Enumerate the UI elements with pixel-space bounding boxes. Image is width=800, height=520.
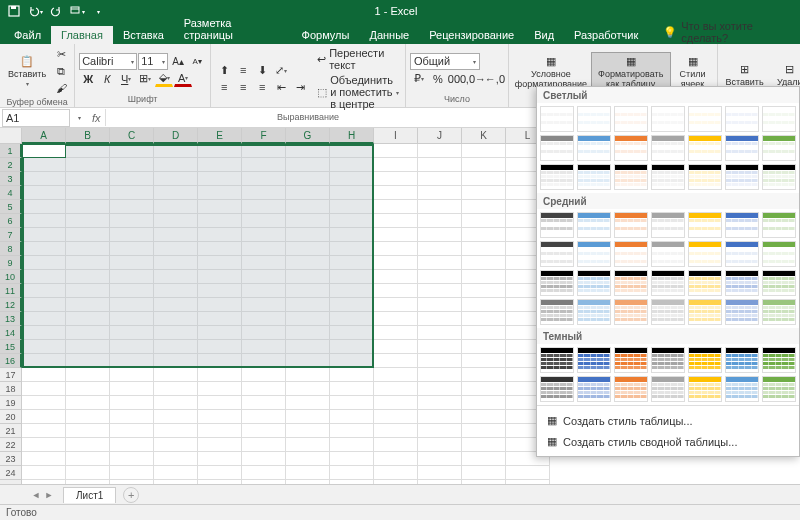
cell[interactable] [374, 340, 418, 354]
shrink-font-button[interactable]: A▾ [188, 53, 206, 69]
cell[interactable] [110, 368, 154, 382]
cell[interactable] [330, 144, 374, 158]
row-header[interactable]: 13 [0, 312, 22, 326]
row-header[interactable]: 15 [0, 340, 22, 354]
font-size-combo[interactable]: 11▾ [138, 53, 168, 70]
cell[interactable] [110, 242, 154, 256]
cell[interactable] [374, 242, 418, 256]
cell[interactable] [418, 242, 462, 256]
tab-layout[interactable]: Разметка страницы [174, 14, 292, 44]
cell[interactable] [286, 424, 330, 438]
cell[interactable] [330, 298, 374, 312]
cell[interactable] [330, 382, 374, 396]
table-style-option[interactable] [540, 212, 574, 238]
cell[interactable] [198, 172, 242, 186]
new-pivot-style-button[interactable]: ▦Создать стиль сводной таблицы... [537, 431, 799, 452]
row-header[interactable]: 6 [0, 214, 22, 228]
cell[interactable] [110, 466, 154, 480]
cell[interactable] [330, 158, 374, 172]
cell[interactable] [154, 144, 198, 158]
tab-review[interactable]: Рецензирование [419, 26, 524, 44]
sheet-nav-prev[interactable]: ◄ [30, 489, 42, 501]
cell[interactable] [22, 438, 66, 452]
new-table-style-button[interactable]: ▦Создать стиль таблицы... [537, 410, 799, 431]
cell[interactable] [330, 270, 374, 284]
cell[interactable] [462, 186, 506, 200]
table-style-option[interactable] [651, 347, 685, 373]
cell[interactable] [374, 438, 418, 452]
cell[interactable] [22, 270, 66, 284]
tab-data[interactable]: Данные [359, 26, 419, 44]
cell[interactable] [22, 312, 66, 326]
cell[interactable] [110, 200, 154, 214]
cell[interactable] [462, 354, 506, 368]
cell[interactable] [418, 270, 462, 284]
row-header[interactable]: 24 [0, 466, 22, 480]
table-style-option[interactable] [614, 135, 648, 161]
cell[interactable] [66, 312, 110, 326]
cell[interactable] [418, 396, 462, 410]
cell[interactable] [374, 452, 418, 466]
table-style-option[interactable] [762, 299, 796, 325]
cell[interactable] [462, 144, 506, 158]
table-style-option[interactable] [577, 135, 611, 161]
cell[interactable] [418, 298, 462, 312]
align-center-button[interactable]: ≡ [234, 79, 252, 95]
table-style-option[interactable] [725, 135, 759, 161]
cell[interactable] [374, 354, 418, 368]
cell[interactable] [154, 284, 198, 298]
cell[interactable] [330, 368, 374, 382]
cell[interactable] [418, 452, 462, 466]
cell[interactable] [374, 158, 418, 172]
table-style-option[interactable] [614, 164, 648, 190]
cell[interactable] [418, 326, 462, 340]
cell[interactable] [154, 382, 198, 396]
cell[interactable] [242, 144, 286, 158]
table-style-option[interactable] [762, 347, 796, 373]
cell[interactable] [286, 396, 330, 410]
cell[interactable] [66, 242, 110, 256]
table-style-option[interactable] [725, 270, 759, 296]
table-style-option[interactable] [688, 212, 722, 238]
row-header[interactable]: 19 [0, 396, 22, 410]
table-style-option[interactable] [540, 376, 574, 402]
row-header[interactable]: 8 [0, 242, 22, 256]
cell[interactable] [242, 326, 286, 340]
cell[interactable] [418, 284, 462, 298]
cell[interactable] [242, 452, 286, 466]
table-style-option[interactable] [762, 135, 796, 161]
table-style-option[interactable] [651, 164, 685, 190]
font-color-button[interactable]: A▾ [174, 71, 192, 87]
cell[interactable] [66, 368, 110, 382]
cell[interactable] [154, 214, 198, 228]
table-style-option[interactable] [577, 347, 611, 373]
cell[interactable] [22, 284, 66, 298]
cell[interactable] [198, 242, 242, 256]
row-header[interactable]: 9 [0, 256, 22, 270]
cell[interactable] [462, 242, 506, 256]
cell[interactable] [66, 186, 110, 200]
cell[interactable] [462, 270, 506, 284]
cell[interactable] [110, 270, 154, 284]
cell[interactable] [506, 466, 550, 480]
cell[interactable] [242, 228, 286, 242]
cell[interactable] [22, 256, 66, 270]
cell[interactable] [66, 270, 110, 284]
row-header[interactable]: 21 [0, 424, 22, 438]
align-right-button[interactable]: ≡ [253, 79, 271, 95]
cell[interactable] [66, 424, 110, 438]
cell[interactable] [110, 228, 154, 242]
cell[interactable] [110, 144, 154, 158]
cell[interactable] [66, 214, 110, 228]
cell[interactable] [154, 438, 198, 452]
cell[interactable] [242, 410, 286, 424]
cell[interactable] [418, 410, 462, 424]
cell[interactable] [110, 158, 154, 172]
cell[interactable] [242, 312, 286, 326]
cell[interactable] [242, 242, 286, 256]
wrap-text-button[interactable]: ↩Перенести текст [315, 46, 401, 72]
row-header[interactable]: 11 [0, 284, 22, 298]
table-style-option[interactable] [577, 376, 611, 402]
cell[interactable] [110, 326, 154, 340]
table-style-option[interactable] [651, 241, 685, 267]
